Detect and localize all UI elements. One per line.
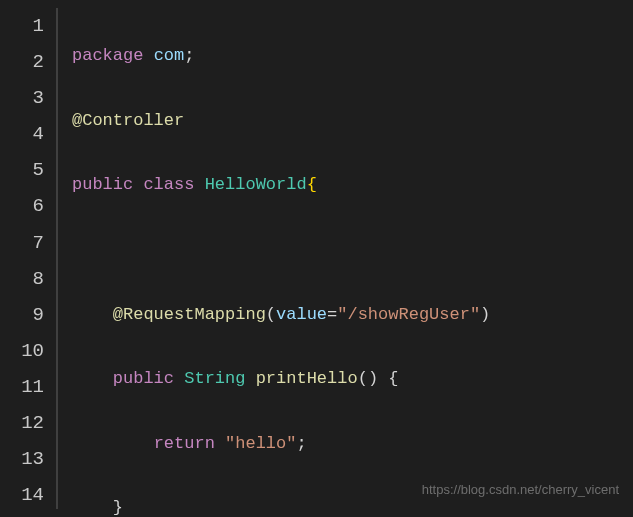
line-number: 12 bbox=[0, 405, 44, 441]
keyword-public: public bbox=[72, 175, 133, 194]
code-area[interactable]: package com; @Controller public class He… bbox=[58, 8, 490, 509]
class-name: HelloWorld bbox=[205, 175, 307, 194]
param-value: value bbox=[276, 305, 327, 324]
line-gutter: 1 2 3 4 5 6 7 8 9 10 11 12 13 14 15 bbox=[0, 8, 58, 509]
keyword-public: public bbox=[113, 369, 174, 388]
watermark: https://blog.csdn.net/cherry_vicent bbox=[422, 478, 619, 503]
line-number: 11 bbox=[0, 369, 44, 405]
code-line: @Controller bbox=[72, 105, 490, 137]
string-literal: "hello" bbox=[225, 434, 296, 453]
code-line: return "hello"; bbox=[72, 428, 490, 460]
semicolon: ; bbox=[296, 434, 306, 453]
line-number: 7 bbox=[0, 225, 44, 261]
line-number: 1 bbox=[0, 8, 44, 44]
string-literal: "/showRegUser" bbox=[337, 305, 480, 324]
paren-close: ) bbox=[480, 305, 490, 324]
annotation-controller: Controller bbox=[82, 111, 184, 130]
paren-open: ( bbox=[266, 305, 276, 324]
equals: = bbox=[327, 305, 337, 324]
code-editor: 1 2 3 4 5 6 7 8 9 10 11 12 13 14 15 pack… bbox=[0, 0, 633, 517]
line-number: 3 bbox=[0, 80, 44, 116]
line-number: 6 bbox=[0, 188, 44, 224]
method-printhello: printHello bbox=[256, 369, 358, 388]
keyword-return: return bbox=[154, 434, 215, 453]
paren-close: ) bbox=[368, 369, 378, 388]
line-number: 9 bbox=[0, 297, 44, 333]
line-number: 14 bbox=[0, 477, 44, 513]
line-number: 15 bbox=[0, 513, 44, 517]
brace-close: } bbox=[113, 498, 123, 517]
keyword-class: class bbox=[143, 175, 194, 194]
type-string: String bbox=[184, 369, 245, 388]
line-number: 5 bbox=[0, 152, 44, 188]
package-name: com bbox=[154, 46, 185, 65]
semicolon: ; bbox=[184, 46, 194, 65]
line-number: 2 bbox=[0, 44, 44, 80]
line-number: 13 bbox=[0, 441, 44, 477]
line-number: 4 bbox=[0, 116, 44, 152]
code-line bbox=[72, 234, 490, 266]
annotation-at: @ bbox=[72, 111, 82, 130]
code-line: public String printHello() { bbox=[72, 363, 490, 395]
line-number: 8 bbox=[0, 261, 44, 297]
code-line: public class HelloWorld{ bbox=[72, 169, 490, 201]
code-line: @RequestMapping(value="/showRegUser") bbox=[72, 299, 490, 331]
brace-open: { bbox=[388, 369, 398, 388]
brace-open: { bbox=[307, 175, 317, 194]
line-number: 10 bbox=[0, 333, 44, 369]
code-line: package com; bbox=[72, 40, 490, 72]
annotation-requestmapping: RequestMapping bbox=[123, 305, 266, 324]
annotation-at: @ bbox=[113, 305, 123, 324]
paren-open: ( bbox=[358, 369, 368, 388]
keyword-package: package bbox=[72, 46, 143, 65]
